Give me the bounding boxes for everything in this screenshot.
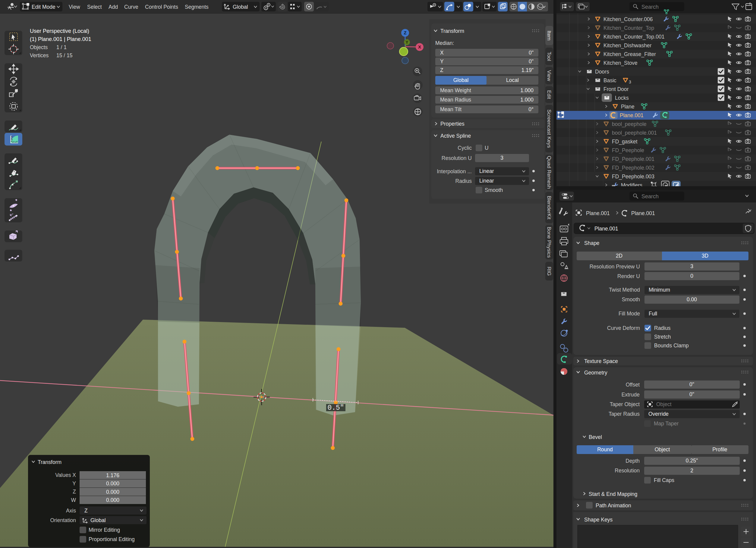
svg-text:X: X: [418, 44, 421, 49]
svg-text:Mean Tilt: Mean Tilt: [440, 106, 461, 112]
svg-text:Extrude: Extrude: [622, 392, 640, 398]
svg-text:bool_peephole: bool_peephole: [612, 121, 647, 128]
svg-text:Transform: Transform: [440, 28, 464, 34]
svg-text:Add: Add: [109, 4, 118, 10]
svg-text:1.000: 1.000: [520, 87, 534, 93]
svg-text:Object: Object: [655, 446, 670, 452]
svg-text:Twist Method: Twist Method: [609, 287, 640, 293]
svg-text:0": 0": [689, 391, 694, 397]
svg-text:Minimum: Minimum: [649, 287, 670, 293]
svg-text:Texture Space: Texture Space: [584, 358, 618, 364]
svg-text:Z: Z: [440, 67, 443, 73]
svg-text:Stretch: Stretch: [654, 334, 671, 340]
svg-text:Kitchen_Stove: Kitchen_Stove: [603, 60, 638, 66]
svg-text:FD_Peephole.001: FD_Peephole.001: [612, 156, 654, 162]
svg-text:Item: Item: [546, 30, 552, 40]
svg-text:Proportional Editing: Proportional Editing: [89, 536, 135, 542]
svg-text:Bone Physics: Bone Physics: [546, 227, 552, 258]
svg-text:Curve: Curve: [124, 4, 138, 10]
svg-text:2D: 2D: [616, 253, 622, 259]
svg-text:0": 0": [529, 50, 534, 56]
svg-text:Z: Z: [404, 30, 406, 35]
svg-text:U: U: [485, 145, 489, 151]
svg-text:Transform: Transform: [38, 459, 61, 465]
svg-text:0.00: 0.00: [687, 296, 697, 302]
svg-text:Search: Search: [641, 4, 659, 10]
svg-text:Resolution Preview U: Resolution Preview U: [590, 264, 640, 270]
svg-text:Render U: Render U: [617, 273, 640, 279]
svg-text:Plane: Plane: [621, 104, 635, 110]
svg-text:FD_Peephole: FD_Peephole: [612, 147, 644, 154]
svg-text:FD_Peephole.003: FD_Peephole.003: [612, 174, 654, 180]
svg-text:Radius: Radius: [455, 178, 472, 184]
svg-text:Depth: Depth: [625, 458, 640, 464]
svg-text:Profile: Profile: [712, 446, 727, 452]
svg-text:Screencast Keys: Screencast Keys: [546, 109, 552, 148]
svg-text:0.000: 0.000: [106, 497, 119, 503]
svg-text:Radius: Radius: [654, 325, 671, 331]
svg-text:Axis: Axis: [66, 508, 76, 514]
svg-text:Cyclic: Cyclic: [458, 145, 472, 151]
svg-text:Y: Y: [72, 480, 76, 487]
svg-text:1.176: 1.176: [106, 472, 119, 478]
svg-text:Values X: Values X: [55, 472, 76, 478]
svg-text:BlenderKit: BlenderKit: [546, 196, 552, 220]
svg-text:Resolution U: Resolution U: [442, 155, 472, 161]
svg-text:Kitchen_Counter.006: Kitchen_Counter.006: [603, 16, 653, 23]
svg-text:Select: Select: [87, 4, 102, 10]
svg-text:Taper Object: Taper Object: [610, 401, 640, 407]
svg-text:Kitchen_Grease_Filter: Kitchen_Grease_Filter: [603, 51, 656, 58]
svg-text:Tool: Tool: [546, 52, 552, 61]
svg-text:FD_gasket: FD_gasket: [612, 139, 638, 145]
svg-text:3D: 3D: [702, 253, 708, 259]
svg-text:Linear: Linear: [479, 178, 494, 184]
svg-text:Smooth: Smooth: [485, 187, 503, 193]
svg-text:Fill Mode: Fill Mode: [619, 310, 640, 316]
svg-text:Properties: Properties: [440, 121, 465, 127]
svg-text:bool_peephole.001: bool_peephole.001: [612, 130, 657, 136]
svg-text:0.25": 0.25": [686, 458, 698, 464]
svg-text:1 / 1: 1 / 1: [56, 44, 67, 50]
svg-text:Front Door: Front Door: [603, 86, 629, 92]
svg-text:Kitchen_Counter_Top: Kitchen_Counter_Top: [603, 25, 654, 31]
svg-text:Mean Radius: Mean Radius: [440, 97, 471, 103]
svg-text:0": 0": [689, 381, 694, 387]
svg-text:Vertices: Vertices: [30, 52, 49, 58]
svg-text:Y: Y: [405, 40, 408, 45]
svg-text:Active Spline: Active Spline: [440, 133, 471, 139]
svg-text:Objects: Objects: [30, 44, 48, 50]
svg-text:3: 3: [629, 80, 631, 84]
svg-text:Y: Y: [440, 58, 444, 65]
svg-text:0.000: 0.000: [106, 489, 119, 495]
svg-text:W: W: [71, 497, 76, 503]
svg-text:Taper Radius: Taper Radius: [609, 411, 640, 417]
svg-text:Orientation: Orientation: [50, 517, 76, 523]
svg-text:Offset: Offset: [626, 382, 640, 388]
svg-text:Median:: Median:: [435, 40, 454, 46]
svg-text:Bevel: Bevel: [589, 434, 602, 440]
svg-text:FD_Peephole.002: FD_Peephole.002: [612, 165, 654, 171]
svg-text:Fill Caps: Fill Caps: [654, 477, 674, 483]
svg-text:0.5": 0.5": [327, 404, 344, 412]
svg-text:View: View: [546, 70, 552, 81]
svg-text:1.000: 1.000: [520, 97, 534, 103]
svg-text:Locks: Locks: [615, 95, 629, 101]
svg-text:2: 2: [690, 468, 693, 474]
svg-text:Smooth: Smooth: [622, 296, 640, 302]
svg-text:Round: Round: [597, 446, 613, 452]
svg-text:Plane.001: Plane.001: [586, 210, 610, 216]
svg-text:Full: Full: [649, 310, 657, 316]
svg-text:1.19": 1.19": [521, 67, 534, 73]
svg-text:Bounds Clamp: Bounds Clamp: [654, 342, 689, 348]
svg-text:Global: Global: [453, 77, 469, 83]
svg-text:Start & End Mapping: Start & End Mapping: [589, 491, 637, 497]
svg-text:Doors: Doors: [595, 69, 609, 75]
svg-text:Map Taper: Map Taper: [654, 420, 679, 427]
svg-text:0°: 0°: [528, 106, 534, 112]
svg-text:Basic: Basic: [603, 77, 616, 84]
svg-text:15 / 15: 15 / 15: [56, 52, 73, 58]
svg-text:Control Points: Control Points: [145, 4, 178, 10]
svg-text:Plane.001: Plane.001: [631, 210, 655, 216]
svg-text:Curve Deform: Curve Deform: [607, 325, 640, 331]
svg-text:Global: Global: [90, 517, 106, 523]
